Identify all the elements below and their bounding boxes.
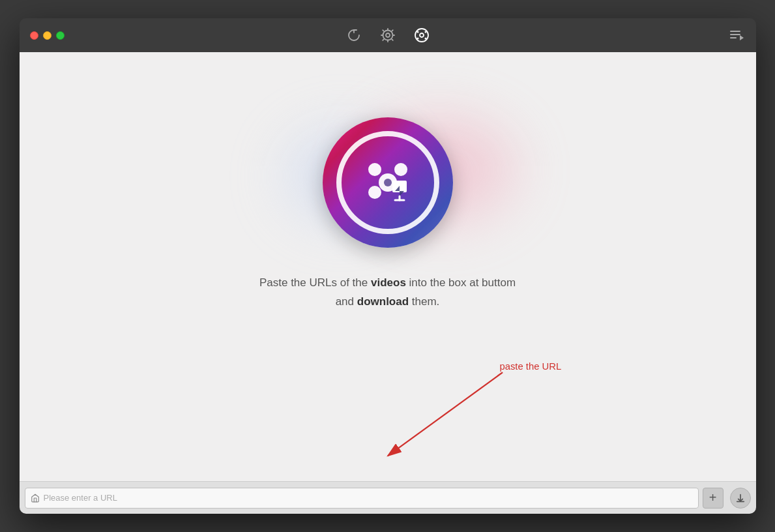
annotation-arrow-svg: paste the URL (20, 52, 756, 481)
titlebar-nav-icons (345, 26, 431, 44)
svg-point-4 (417, 31, 418, 33)
svg-point-2 (415, 29, 428, 42)
svg-point-3 (420, 33, 424, 37)
titlebar-right (727, 26, 746, 44)
logo-film-reel-svg (352, 147, 424, 218)
app-logo (323, 117, 453, 248)
url-input-wrapper (25, 488, 699, 509)
maximize-button[interactable] (56, 31, 65, 40)
url-input[interactable] (44, 493, 693, 503)
url-home-icon (31, 494, 40, 503)
film-reel-icon[interactable] (413, 26, 431, 44)
annotation-label: paste the URL (499, 361, 561, 372)
svg-point-1 (383, 31, 392, 40)
svg-point-17 (384, 179, 392, 186)
instructions: Paste the URLs of the videos into the bo… (259, 274, 516, 312)
app-window: Paste the URLs of the videos into the bo… (20, 18, 756, 514)
svg-point-5 (424, 31, 426, 33)
download-icon (735, 493, 746, 503)
playlist-icon[interactable] (727, 26, 746, 44)
svg-rect-8 (730, 31, 740, 32)
logo-inner-ring (336, 131, 439, 234)
svg-point-6 (417, 38, 418, 40)
svg-line-23 (388, 372, 503, 456)
settings-icon[interactable] (379, 26, 397, 44)
back-icon[interactable] (345, 26, 363, 44)
instruction-text-1: Paste the URLs of the videos into the bo… (259, 276, 516, 289)
close-button[interactable] (30, 31, 38, 40)
minimize-button[interactable] (43, 31, 51, 40)
svg-rect-9 (730, 34, 740, 35)
main-content: Paste the URLs of the videos into the bo… (20, 52, 756, 481)
svg-point-13 (368, 163, 381, 176)
svg-point-7 (424, 38, 426, 40)
download-button[interactable] (730, 488, 751, 509)
instruction-text-2: and download them. (336, 295, 440, 308)
svg-point-15 (368, 186, 381, 199)
traffic-lights (30, 31, 65, 40)
bottom-bar: + (20, 481, 756, 514)
svg-point-0 (386, 33, 390, 37)
add-button[interactable]: + (703, 488, 724, 509)
logo-area (323, 117, 453, 248)
svg-point-14 (394, 163, 407, 176)
svg-rect-10 (730, 37, 737, 38)
svg-marker-11 (740, 35, 744, 40)
titlebar (20, 18, 756, 52)
